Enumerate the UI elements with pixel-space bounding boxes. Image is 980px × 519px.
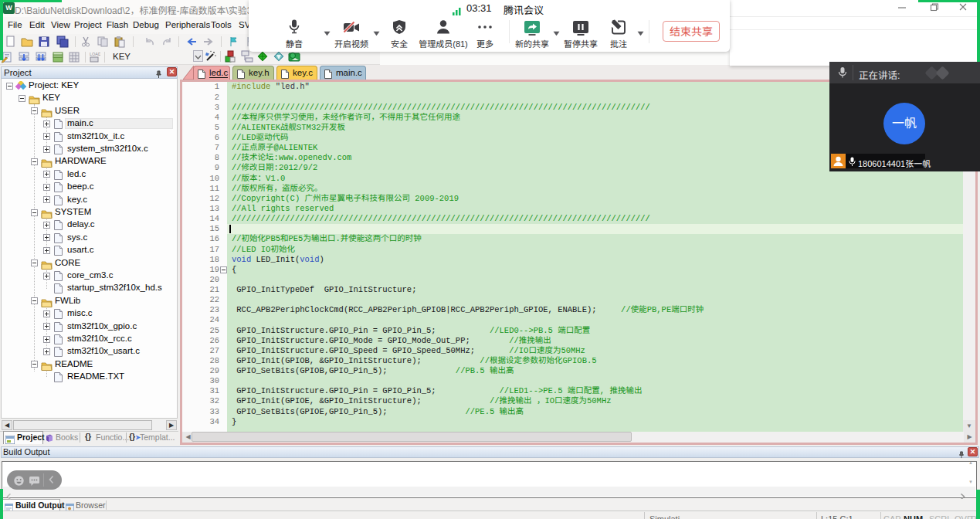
svg-text:LOAD: LOAD <box>90 52 100 56</box>
